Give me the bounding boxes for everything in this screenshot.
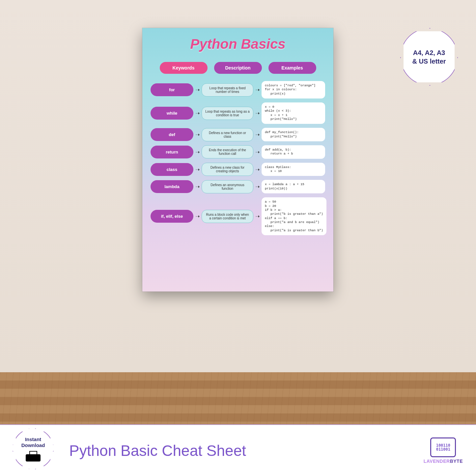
description-box: Ends the execution of the function call [202, 145, 253, 158]
floor-background [0, 372, 476, 425]
description-box: Defines a new function or class [202, 128, 253, 141]
arrow-icon: ➝ [195, 149, 200, 155]
sizes-badge: A4, A2, A3 & US letter [400, 28, 458, 86]
logo-bin-bottom: 011001 [436, 447, 450, 452]
keyword-pill: while [151, 107, 193, 120]
example-box: colours = ["red", "orange"] for x in col… [262, 81, 325, 98]
arrow-icon: ➝ [195, 166, 200, 173]
description-box: Runs a block code only when a certain co… [202, 210, 253, 223]
arrow-icon: ➝ [255, 110, 260, 116]
header-keywords: Keywords [160, 62, 208, 74]
arrow-icon: ➝ [195, 131, 200, 138]
table-row: class➝Defines a new class for creating o… [151, 163, 325, 176]
header-description: Description [214, 62, 262, 74]
product-title: Python Basic Cheat Sheet [69, 442, 246, 460]
footer-bar: Instant Download Python Basic Cheat Shee… [0, 424, 476, 476]
keyword-pill: class [151, 163, 193, 176]
rows-container: for➝Loop that repeats a fixed number of … [142, 81, 333, 235]
example-box: x = 0 while (x < 3): x = x + 1 print("He… [262, 102, 325, 124]
table-row: lambda➝Defines an anonymous function➝x =… [151, 180, 325, 193]
sizes-text: A4, A2, A3 & US letter [409, 45, 449, 69]
brand-logo: 100110011001 LAVENDERBYTE [424, 437, 463, 464]
description-box: Loop that repeats a fixed number of time… [202, 83, 253, 97]
example-box: class MyClass: x = 10 [262, 163, 325, 176]
keyword-pill: for [151, 83, 193, 96]
arrow-icon: ➝ [255, 183, 260, 190]
example-box: def add(a, b): return a + b [262, 145, 325, 159]
description-box: Defines a new class for creating objects [202, 163, 253, 176]
logo-screen-icon: 100110011001 [430, 437, 456, 457]
arrow-icon: ➝ [195, 213, 200, 219]
table-row: while➝Loop that repeats as long as a con… [151, 102, 325, 124]
column-headers: Keywords Description Examples [142, 62, 333, 74]
poster-title: Python Basics [142, 36, 333, 52]
arrow-icon: ➝ [195, 183, 200, 190]
arrow-icon: ➝ [255, 166, 260, 173]
table-row: return➝Ends the execution of the functio… [151, 145, 325, 159]
table-row: if, elif, else➝Runs a block code only wh… [151, 197, 325, 235]
arrow-icon: ➝ [195, 87, 200, 93]
arrow-icon: ➝ [255, 131, 260, 138]
download-badge: Instant Download [13, 428, 54, 469]
arrow-icon: ➝ [255, 149, 260, 155]
keyword-pill: if, elif, else [151, 210, 193, 223]
table-row: for➝Loop that repeats a fixed number of … [151, 81, 325, 98]
description-box: Defines an anonymous function [202, 180, 253, 193]
description-box: Loop that repeats as long as a condition… [202, 107, 253, 120]
header-examples: Examples [268, 62, 316, 74]
printer-icon [26, 451, 41, 462]
download-text: Instant Download [21, 436, 45, 448]
arrow-icon: ➝ [255, 213, 260, 219]
logo-text: LAVENDERBYTE [424, 459, 463, 464]
table-row: def➝Defines a new function or class➝def … [151, 128, 325, 141]
keyword-pill: lambda [151, 180, 193, 193]
example-box: x = lambda a : a + 15 print(x(10)) [262, 180, 325, 193]
arrow-icon: ➝ [255, 87, 260, 93]
example-box: def my_function(): print("Hello") [262, 128, 325, 141]
poster: Python Basics Keywords Description Examp… [142, 28, 333, 292]
keyword-pill: def [151, 128, 193, 141]
arrow-icon: ➝ [195, 110, 200, 116]
keyword-pill: return [151, 146, 193, 158]
example-box: a = 50 b = 20 if b > a: print("b is grea… [262, 197, 326, 235]
